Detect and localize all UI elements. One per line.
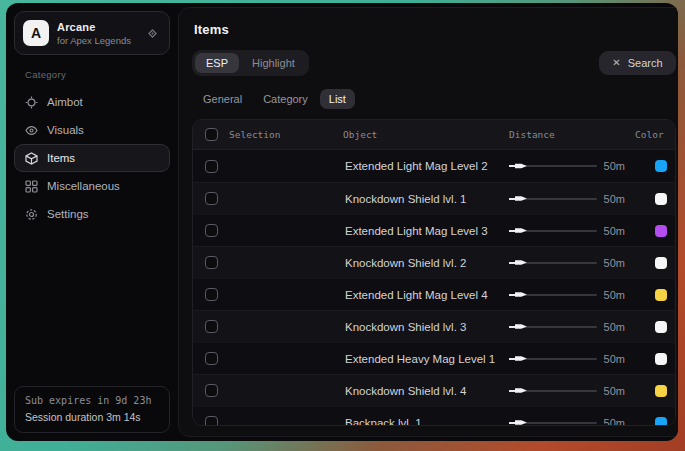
color-cell	[635, 257, 675, 269]
row-checkbox-cell	[193, 416, 229, 426]
distance-value: 50m	[604, 321, 635, 333]
tab-general[interactable]: General	[194, 89, 251, 109]
row-checkbox[interactable]	[205, 256, 218, 269]
search-button[interactable]: ✕ Search	[599, 51, 675, 75]
table-body: Extended Light Mag Level 250mKnockdown S…	[193, 150, 675, 426]
distance-value: 50m	[604, 353, 635, 365]
distance-cell: 50m	[509, 225, 635, 237]
tab-list[interactable]: List	[320, 89, 355, 109]
color-swatch[interactable]	[655, 321, 667, 333]
table-row: Extended Light Mag Level 250m	[193, 150, 675, 182]
session-duration-text: Session duration 3m 14s	[25, 411, 159, 423]
color-swatch[interactable]	[655, 160, 667, 172]
distance-slider[interactable]	[509, 385, 597, 397]
column-header-distance: Distance	[509, 129, 635, 140]
tab-category[interactable]: Category	[254, 89, 317, 109]
distance-value: 50m	[604, 385, 635, 397]
row-checkbox[interactable]	[205, 384, 218, 397]
sidebar-item-items[interactable]: Items	[14, 144, 170, 172]
slider-thumb[interactable]	[515, 163, 527, 170]
column-header-object: Object	[343, 129, 509, 140]
slider-thumb[interactable]	[515, 355, 527, 362]
search-label: Search	[628, 57, 663, 69]
row-checkbox[interactable]	[205, 352, 218, 365]
sidebar-item-settings[interactable]: Settings	[14, 200, 170, 228]
sidebar-nav: AimbotVisualsItemsMiscellaneousSettings	[14, 88, 170, 228]
row-checkbox[interactable]	[205, 288, 218, 301]
row-checkbox[interactable]	[205, 320, 218, 333]
color-swatch[interactable]	[655, 385, 667, 397]
distance-value: 50m	[604, 257, 635, 269]
color-cell	[635, 160, 675, 172]
distance-slider[interactable]	[509, 193, 597, 205]
slider-thumb[interactable]	[515, 419, 527, 426]
distance-value: 50m	[604, 160, 635, 172]
object-name: Backpack lvl. 1	[343, 417, 509, 427]
sidebar-item-label: Miscellaneous	[47, 180, 120, 192]
mode-tabs: ESPHighlight	[192, 50, 309, 76]
color-swatch[interactable]	[655, 289, 667, 301]
sidebar-item-visuals[interactable]: Visuals	[14, 116, 170, 144]
app-name: Arcane	[57, 21, 131, 33]
items-table: SelectionObjectDistanceColor Extended Li…	[192, 119, 676, 426]
distance-slider[interactable]	[509, 289, 597, 301]
table-row: Extended Light Mag Level 350m	[193, 214, 675, 246]
distance-slider[interactable]	[509, 321, 597, 333]
object-name: Extended Heavy Mag Level 1	[343, 353, 509, 365]
brand-text: Arcane for Apex Legends	[57, 21, 131, 46]
distance-slider[interactable]	[509, 417, 597, 427]
table-row: Extended Light Mag Level 450m	[193, 278, 675, 310]
row-checkbox[interactable]	[205, 192, 218, 205]
color-swatch[interactable]	[655, 193, 667, 205]
distance-slider[interactable]	[509, 257, 597, 269]
table-row: Knockdown Shield lvl. 150m	[193, 182, 675, 214]
column-header-color: Color	[635, 129, 675, 140]
color-cell	[635, 353, 675, 365]
distance-slider[interactable]	[509, 160, 597, 172]
distance-value: 50m	[604, 193, 635, 205]
object-name: Knockdown Shield lvl. 4	[343, 385, 509, 397]
session-card: Sub expires in 9d 23h Session duration 3…	[14, 386, 170, 433]
sidebar-item-miscellaneous[interactable]: Miscellaneous	[14, 172, 170, 200]
distance-cell: 50m	[509, 257, 635, 269]
table-row: Knockdown Shield lvl. 450m	[193, 374, 675, 406]
color-swatch[interactable]	[655, 257, 667, 269]
slider-thumb[interactable]	[515, 195, 527, 202]
slider-thumb[interactable]	[515, 387, 527, 394]
row-checkbox-cell	[193, 224, 229, 237]
sub-expires-text: Sub expires in 9d 23h	[25, 395, 159, 406]
color-swatch[interactable]	[655, 417, 667, 427]
select-all-checkbox[interactable]	[205, 128, 218, 141]
color-swatch[interactable]	[655, 225, 667, 237]
row-checkbox[interactable]	[205, 416, 218, 426]
color-cell	[635, 225, 675, 237]
sidebar-item-aimbot[interactable]: Aimbot	[14, 88, 170, 116]
color-cell	[635, 385, 675, 397]
search-x-icon: ✕	[612, 58, 620, 68]
header-checkbox-cell	[193, 128, 229, 141]
row-checkbox-cell	[193, 288, 229, 301]
emblem-icon	[146, 27, 159, 40]
sidebar-item-label: Items	[47, 152, 75, 164]
slider-thumb[interactable]	[515, 259, 527, 266]
color-swatch[interactable]	[655, 353, 667, 365]
distance-cell: 50m	[509, 385, 635, 397]
column-header-selection: Selection	[229, 129, 343, 140]
slider-thumb[interactable]	[515, 291, 527, 298]
distance-value: 50m	[604, 289, 635, 301]
slider-thumb[interactable]	[515, 227, 527, 234]
tab-highlight[interactable]: Highlight	[241, 53, 306, 73]
slider-thumb[interactable]	[515, 323, 527, 330]
row-checkbox[interactable]	[205, 160, 218, 173]
distance-cell: 50m	[509, 417, 635, 427]
distance-cell: 50m	[509, 160, 635, 172]
row-checkbox[interactable]	[205, 224, 218, 237]
tab-esp[interactable]: ESP	[195, 53, 239, 73]
brand-card[interactable]: A Arcane for Apex Legends	[14, 11, 170, 55]
distance-cell: 50m	[509, 289, 635, 301]
distance-cell: 50m	[509, 321, 635, 333]
object-name: Extended Light Mag Level 2	[343, 160, 509, 172]
sidebar: A Arcane for Apex Legends Category Aimbo…	[6, 3, 178, 441]
distance-slider[interactable]	[509, 225, 597, 237]
distance-slider[interactable]	[509, 353, 597, 365]
